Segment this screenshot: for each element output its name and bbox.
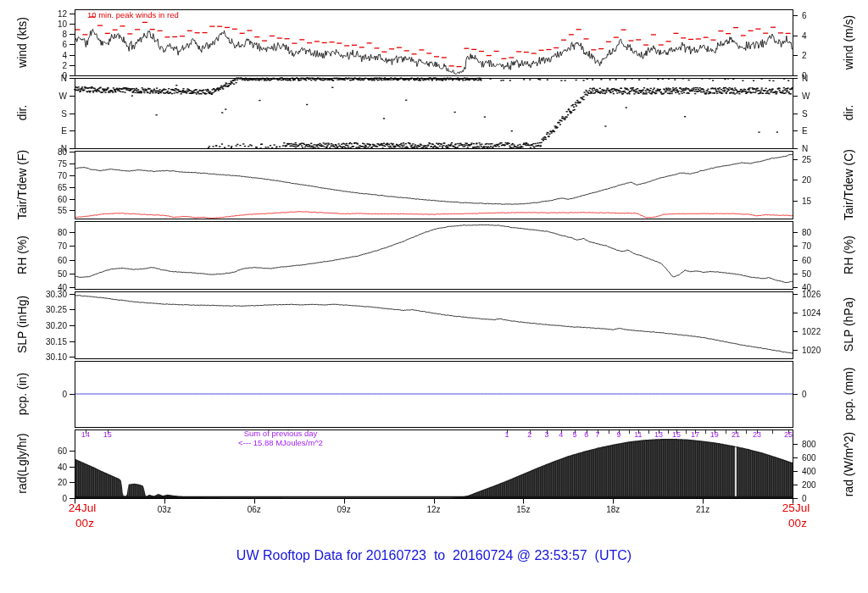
y-axis-label-dir-left: dir. — [16, 105, 28, 121]
y-axis-label-rad-wm2: rad (W/m^2) — [843, 432, 854, 497]
y-axis-label-rh-left: RH (%) — [16, 236, 28, 274]
page-title: UW Rooftop Data for 20160723 to 20160724… — [236, 547, 632, 563]
x-end-hour-label: 00z — [788, 518, 807, 529]
y-axis-label-tair-c: Tair/Tdew (C) — [843, 149, 854, 220]
y-axis-label-slp-inhg: SLP (inHg) — [16, 296, 28, 353]
x-start-date-label: 24Jul — [69, 502, 96, 514]
y-axis-label-wind-kts: wind (kts) — [16, 17, 28, 68]
y-axis-label-pcp-in: pcp. (in) — [16, 373, 28, 416]
x-end-date-label: 25Jul — [782, 502, 810, 514]
y-axis-label-pcp-mm: pcp. (mm) — [843, 368, 854, 421]
y-axis-label-slp-hpa: SLP (hPa) — [843, 297, 854, 352]
peak-wind-annotation: 10 min. peak winds in red — [87, 11, 179, 19]
multipanel-plot-canvas — [0, 0, 868, 593]
rad-sum-annotation-line2: <--- 15.88 MJoules/m^2 — [238, 439, 323, 447]
y-axis-label-wind-ms: wind (m/s) — [843, 15, 854, 70]
y-axis-label-dir-right: dir. — [843, 105, 854, 121]
y-axis-label-rh-right: RH (%) — [843, 236, 854, 274]
x-start-hour-label: 00z — [75, 518, 94, 529]
y-axis-label-rad-lgly: rad(Lgly/hr) — [16, 433, 28, 494]
y-axis-label-tair-f: Tair/Tdew (F) — [16, 150, 28, 219]
rad-sum-annotation-line1: Sum of previous day — [244, 430, 318, 438]
weather-dashboard: wind (kts) dir. Tair/Tdew (F) RH (%) SLP… — [0, 0, 868, 593]
